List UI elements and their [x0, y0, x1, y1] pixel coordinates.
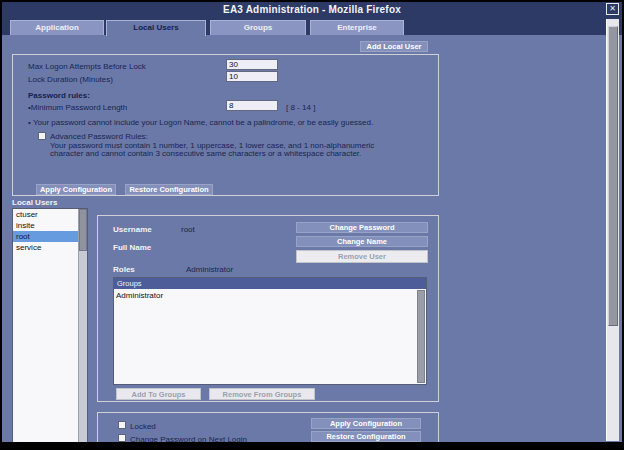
change-password-button[interactable]: Change Password	[296, 222, 428, 233]
roles-label: Roles	[113, 265, 135, 274]
advanced-rules-checkbox[interactable]	[38, 132, 46, 140]
group-list-item[interactable]: Administrator	[116, 291, 163, 300]
tab-strip: Application Local Users Groups Enterpris…	[2, 17, 622, 35]
min-length-range: [ 8 - 14 ]	[286, 103, 315, 112]
tab-groups[interactable]: Groups	[210, 20, 306, 35]
change-name-button[interactable]: Change Name	[296, 236, 428, 247]
remove-from-groups-button[interactable]: Remove From Groups	[209, 388, 315, 400]
apply-configuration-button[interactable]: Apply Configuration	[36, 184, 116, 195]
locked-label: Locked	[130, 422, 156, 431]
password-config-panel: Max Logon Attempts Before Lock Lock Dura…	[12, 54, 439, 196]
application-window: EA3 Administration - Mozilla Firefox ✕ A…	[0, 0, 624, 450]
user-list-item[interactable]: service	[13, 242, 87, 253]
max-logon-input[interactable]	[226, 59, 278, 70]
fullname-label: Full Name	[113, 243, 151, 252]
add-local-user-button[interactable]: Add Local User	[360, 41, 428, 52]
title-bar[interactable]: EA3 Administration - Mozilla Firefox ✕	[2, 2, 622, 17]
max-logon-label: Max Logon Attempts Before Lock	[28, 62, 146, 71]
password-note: • Your password cannot include your Logo…	[28, 118, 373, 127]
groups-list-header: Groups	[114, 278, 426, 289]
close-icon[interactable]: ✕	[606, 3, 619, 15]
user-detail-panel: Username root Change Password Change Nam…	[97, 215, 439, 402]
advanced-rules-label: Advanced Password Rules:	[50, 132, 148, 141]
add-to-groups-button[interactable]: Add To Groups	[116, 388, 201, 400]
locked-checkbox[interactable]	[118, 421, 126, 429]
min-length-input[interactable]	[226, 100, 278, 111]
groups-listbox[interactable]: Groups Administrator	[113, 277, 427, 385]
roles-value: Administrator	[186, 265, 233, 274]
user-list-scrollbar-thumb[interactable]	[79, 209, 87, 251]
window-bottom-edge	[2, 442, 622, 448]
window-title: EA3 Administration - Mozilla Firefox	[223, 4, 401, 15]
local-users-listbox[interactable]: ctuser insite root service	[12, 208, 88, 445]
user-restore-configuration-button[interactable]: Restore Configuration	[311, 431, 421, 442]
user-list-scrollbar[interactable]	[78, 209, 87, 444]
advanced-rules-line2: character and cannot contain 3 consecuti…	[50, 149, 361, 158]
local-users-heading: Local Users	[12, 198, 57, 207]
user-flags-panel: Locked Change Password on Next Login App…	[97, 412, 439, 446]
user-list-item-selected[interactable]: root	[13, 231, 87, 242]
change-password-next-login-checkbox[interactable]	[118, 434, 126, 442]
username-label: Username	[113, 225, 152, 234]
user-apply-configuration-button[interactable]: Apply Configuration	[311, 418, 421, 429]
min-length-label: •Minimum Password Length	[28, 103, 127, 112]
remove-user-button[interactable]: Remove User	[296, 250, 428, 263]
lock-duration-label: Lock Duration (Minutes)	[28, 75, 113, 84]
user-list-item[interactable]: insite	[13, 220, 87, 231]
tab-application[interactable]: Application	[10, 20, 104, 35]
tab-enterprise[interactable]: Enterprise	[310, 20, 404, 35]
user-list-item[interactable]: ctuser	[13, 209, 87, 220]
restore-configuration-button[interactable]: Restore Configuration	[125, 184, 213, 195]
username-value: root	[181, 225, 195, 234]
lock-duration-input[interactable]	[226, 71, 278, 82]
local-users-page: Add Local User Max Logon Attempts Before…	[2, 35, 622, 442]
tab-local-users[interactable]: Local Users	[106, 20, 206, 36]
vertical-scrollbar-thumb[interactable]	[608, 26, 618, 326]
vertical-scrollbar[interactable]	[606, 19, 619, 441]
groups-list-scrollbar[interactable]	[417, 290, 425, 383]
password-rules-heading: Password rules:	[28, 91, 90, 100]
